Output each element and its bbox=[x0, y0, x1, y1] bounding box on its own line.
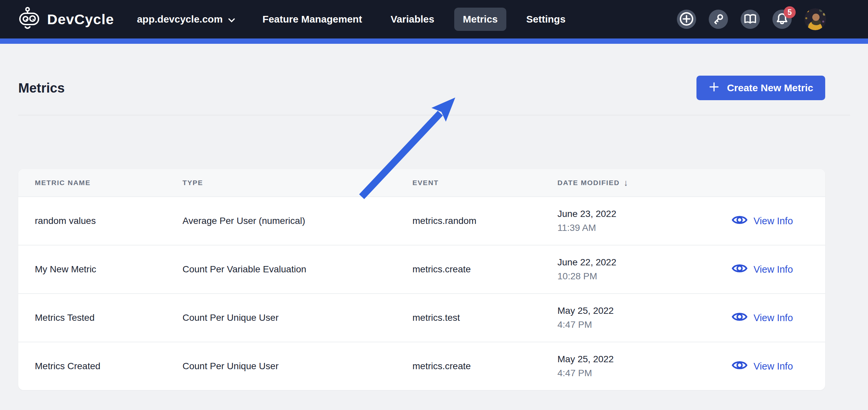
actions-cell: View Info bbox=[732, 214, 825, 228]
eye-icon bbox=[732, 262, 748, 277]
add-button[interactable] bbox=[677, 10, 696, 29]
metric-name-cell: My New Metric bbox=[35, 264, 183, 275]
metric-name-cell: Metrics Tested bbox=[35, 313, 183, 323]
view-info-link[interactable]: View Info bbox=[732, 214, 825, 228]
metric-event-cell: metrics.random bbox=[412, 216, 557, 226]
page-title: Metrics bbox=[18, 81, 65, 96]
actions-cell: View Info bbox=[732, 311, 825, 325]
metrics-table: METRIC NAME TYPE EVENT DATE MODIFIED ↓ r… bbox=[18, 169, 825, 390]
header-divider bbox=[18, 115, 850, 116]
table-row: Metrics Created Count Per Unique User me… bbox=[18, 342, 825, 390]
table-body: random values Average Per User (numerica… bbox=[18, 196, 825, 390]
notification-badge: 5 bbox=[784, 6, 796, 18]
docs-button[interactable] bbox=[741, 10, 760, 29]
page-header: Metrics Create New Metric bbox=[18, 44, 825, 100]
metric-type-cell: Count Per Unique User bbox=[183, 361, 412, 372]
org-selector-label: app.devcycle.com bbox=[137, 13, 223, 25]
primary-nav: Feature Management Variables Metrics Set… bbox=[262, 8, 565, 31]
date-modified-date: May 25, 2022 bbox=[557, 306, 732, 316]
chevron-down-icon bbox=[228, 13, 235, 25]
nav-settings[interactable]: Settings bbox=[526, 8, 565, 31]
table-row: random values Average Per User (numerica… bbox=[18, 196, 825, 245]
avatar-image bbox=[804, 8, 826, 30]
metric-name-cell: random values bbox=[35, 216, 183, 226]
date-modified-time: 10:28 PM bbox=[557, 271, 732, 282]
metric-event-cell: metrics.create bbox=[412, 361, 557, 372]
column-event[interactable]: EVENT bbox=[412, 179, 557, 187]
api-keys-button[interactable] bbox=[709, 10, 728, 29]
eye-icon bbox=[732, 311, 748, 325]
table-header-row: METRIC NAME TYPE EVENT DATE MODIFIED ↓ bbox=[18, 169, 825, 196]
brand[interactable]: DevCycle bbox=[19, 7, 114, 32]
create-new-metric-button[interactable]: Create New Metric bbox=[696, 75, 825, 100]
metric-event-cell: metrics.test bbox=[412, 313, 557, 323]
metric-event-cell: metrics.create bbox=[412, 264, 557, 275]
view-info-label: View Info bbox=[753, 216, 793, 227]
key-icon bbox=[712, 12, 725, 26]
actions-cell: View Info bbox=[732, 262, 825, 277]
view-info-link[interactable]: View Info bbox=[732, 311, 825, 325]
create-new-metric-label: Create New Metric bbox=[727, 82, 813, 94]
eye-icon bbox=[732, 214, 748, 228]
accent-bar bbox=[0, 38, 868, 44]
view-info-link[interactable]: View Info bbox=[732, 359, 825, 374]
date-modified-time: 4:47 PM bbox=[557, 319, 732, 330]
nav-metrics[interactable]: Metrics bbox=[454, 8, 506, 31]
date-modified-cell: May 25, 2022 4:47 PM bbox=[557, 306, 732, 330]
date-modified-date: June 23, 2022 bbox=[557, 209, 732, 219]
date-modified-time: 11:39 AM bbox=[557, 223, 732, 233]
devcycle-logo-icon bbox=[19, 7, 40, 32]
view-info-link[interactable]: View Info bbox=[732, 262, 825, 277]
column-type[interactable]: TYPE bbox=[183, 179, 412, 187]
nav-variables[interactable]: Variables bbox=[391, 8, 434, 31]
eye-icon bbox=[732, 359, 748, 374]
brand-name: DevCycle bbox=[47, 11, 114, 28]
nav-feature-management[interactable]: Feature Management bbox=[262, 8, 362, 31]
date-modified-cell: June 23, 2022 11:39 AM bbox=[557, 209, 732, 233]
org-selector[interactable]: app.devcycle.com bbox=[137, 13, 235, 25]
main-content: Metrics Create New Metric METRIC NAME TY… bbox=[0, 44, 868, 390]
column-date-modified[interactable]: DATE MODIFIED ↓ bbox=[557, 178, 732, 188]
table-row: My New Metric Count Per Variable Evaluat… bbox=[18, 245, 825, 293]
actions-cell: View Info bbox=[732, 359, 825, 374]
table-row: Metrics Tested Count Per Unique User met… bbox=[18, 293, 825, 342]
book-icon bbox=[744, 13, 757, 26]
metric-type-cell: Average Per User (numerical) bbox=[183, 216, 412, 226]
sort-desc-icon: ↓ bbox=[624, 178, 628, 188]
view-info-label: View Info bbox=[753, 264, 793, 275]
view-info-label: View Info bbox=[753, 361, 793, 372]
plus-circle-icon bbox=[679, 11, 694, 28]
date-modified-date: June 22, 2022 bbox=[557, 257, 732, 268]
metric-type-cell: Count Per Unique User bbox=[183, 313, 412, 323]
date-modified-cell: May 25, 2022 4:47 PM bbox=[557, 354, 732, 378]
avatar[interactable] bbox=[804, 8, 826, 30]
notifications-button[interactable]: 5 bbox=[772, 10, 792, 29]
date-modified-cell: June 22, 2022 10:28 PM bbox=[557, 257, 732, 282]
date-modified-date: May 25, 2022 bbox=[557, 354, 732, 365]
plus-icon bbox=[708, 81, 720, 95]
metric-name-cell: Metrics Created bbox=[35, 361, 183, 372]
top-navbar: DevCycle app.devcycle.com Feature Manage… bbox=[0, 0, 868, 38]
column-metric-name[interactable]: METRIC NAME bbox=[35, 179, 183, 187]
view-info-label: View Info bbox=[753, 313, 793, 323]
metric-type-cell: Count Per Variable Evaluation bbox=[183, 264, 412, 275]
navbar-actions: 5 bbox=[677, 8, 826, 30]
date-modified-time: 4:47 PM bbox=[557, 368, 732, 378]
